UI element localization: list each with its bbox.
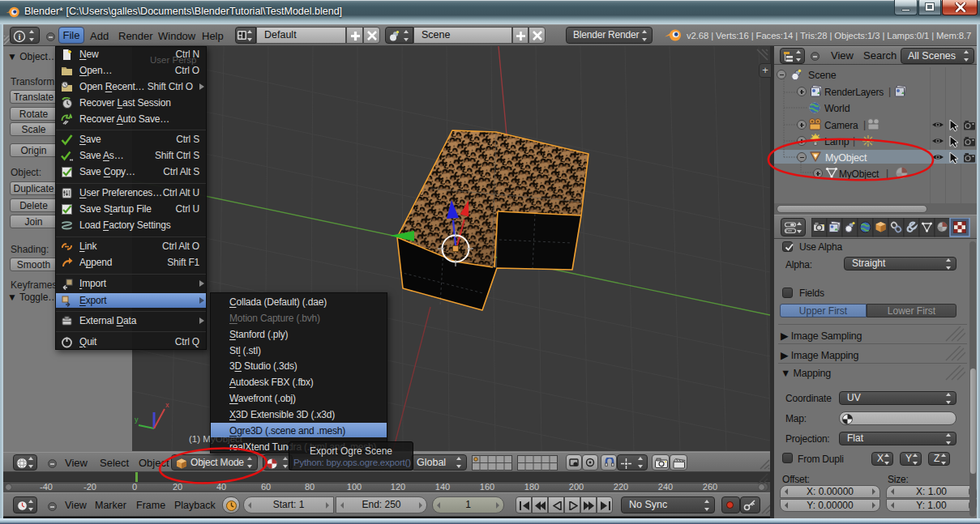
svg-text:x: x: [165, 401, 169, 409]
svg-text:y: y: [135, 415, 139, 424]
svg-text:i: i: [18, 32, 20, 41]
